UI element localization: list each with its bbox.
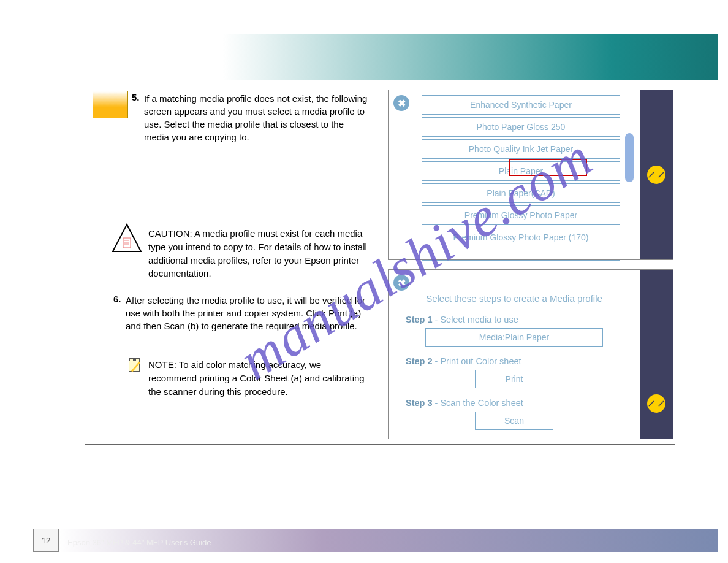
header-band xyxy=(10,34,718,80)
attach-icon[interactable]: ⟋⟋ xyxy=(647,394,665,413)
paper-list: Enhanced Synthetic Paper Photo Paper Glo… xyxy=(422,95,620,261)
media-profile-panel: ✖ Select these steps to create a Media p… xyxy=(388,269,673,439)
scan-button[interactable]: Scan xyxy=(475,412,553,430)
profile-title: Select these steps to create a Media pro… xyxy=(406,293,623,304)
paper-item[interactable]: Premium Glossy Photo Paper (170) xyxy=(422,228,620,247)
svg-rect-1 xyxy=(123,238,131,248)
paper-item[interactable]: Photo Quality Ink Jet Paper xyxy=(422,139,620,159)
close-icon[interactable]: ✖ xyxy=(393,275,409,291)
section-6-text: After selecting the media profile to use… xyxy=(126,294,368,332)
page-number: 12 xyxy=(33,529,59,552)
paper-type-panel: ✖ Enhanced Synthetic Paper Photo Paper G… xyxy=(388,90,673,260)
step-1-text: - Select media to use xyxy=(433,315,518,324)
section-5-text: If a matching media profile does not exi… xyxy=(144,92,371,144)
paper-item-cropped[interactable] xyxy=(422,250,620,261)
step-3-line: Step 3 - Scan the Color sheet xyxy=(406,398,623,408)
close-icon[interactable]: ✖ xyxy=(393,95,409,111)
section-6-number: 6. xyxy=(113,294,121,304)
profile-steps-area: ✖ Select these steps to create a Media p… xyxy=(389,270,640,439)
paper-item[interactable]: Plain Paper(CAD) xyxy=(422,183,620,203)
paper-item[interactable]: Photo Paper Gloss 250 xyxy=(422,117,620,137)
paper-item[interactable]: Premium Glossy Photo Paper xyxy=(422,205,620,225)
step-2-text: - Print out Color sheet xyxy=(433,356,521,366)
step-2-label: Step 2 xyxy=(406,356,433,366)
selection-highlight xyxy=(509,159,587,176)
step-3-label: Step 3 xyxy=(406,398,433,408)
paper-list-area: ✖ Enhanced Synthetic Paper Photo Paper G… xyxy=(389,90,640,259)
section-5-number: 5. xyxy=(132,92,140,102)
scrollbar-thumb[interactable] xyxy=(625,133,634,182)
step-2-line: Step 2 - Print out Color sheet xyxy=(406,356,623,366)
footer-text: Epson 36" MFP & 44" MFP User's Guide xyxy=(67,538,211,547)
side-toolbar: ⟋⟋ xyxy=(640,90,673,259)
attach-icon[interactable]: ⟋⟋ xyxy=(647,166,665,184)
caution-icon xyxy=(112,223,142,253)
note-icon xyxy=(127,357,142,373)
caution-text: CAUTION: A media profile must exist for … xyxy=(148,227,369,280)
gradient-square-icon xyxy=(93,91,128,118)
header-title: making copies xyxy=(25,47,111,63)
step-1-line: Step 1 - Select media to use xyxy=(406,315,623,324)
note-text: NOTE: To aid color matching accuracy, we… xyxy=(148,358,369,398)
print-button[interactable]: Print xyxy=(475,370,553,388)
side-toolbar: ⟋⟋ xyxy=(640,270,673,439)
media-select-field[interactable]: Media:Plain Paper xyxy=(425,328,603,347)
step-3-text: - Scan the Color sheet xyxy=(433,398,523,408)
paper-item[interactable]: Enhanced Synthetic Paper xyxy=(422,95,620,115)
step-1-label: Step 1 xyxy=(406,315,433,324)
